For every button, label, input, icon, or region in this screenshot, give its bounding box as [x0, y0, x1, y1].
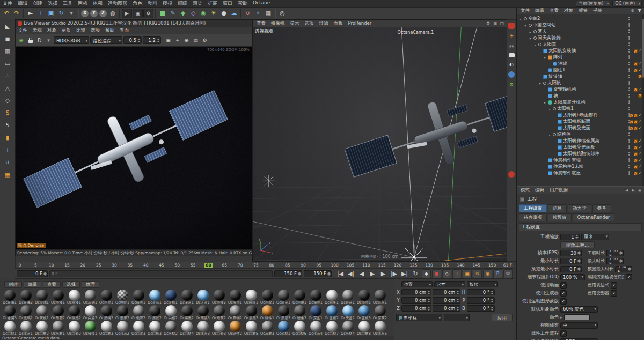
color-swatch[interactable] [564, 314, 590, 320]
material-menu-纹理[interactable]: 纹理 [82, 281, 99, 288]
coord-header-尺寸[interactable]: 尺寸 [434, 281, 465, 287]
visibility-dots[interactable] [628, 68, 630, 72]
range-end-field[interactable]: 150 F [304, 270, 332, 277]
kernel-dropdown[interactable]: 路径追踪 [90, 36, 122, 44]
am-menu-用户数据[interactable]: 用户数据 [547, 187, 570, 194]
texture-tag-icon[interactable] [634, 120, 638, 124]
add-spline-menu[interactable]: ✎ [168, 9, 178, 18]
visibility-dots[interactable] [628, 17, 630, 20]
visibility-dots[interactable] [628, 158, 630, 162]
tab-帧预值[interactable]: 帧预值 [548, 213, 572, 221]
material-item[interactable]: Oc金属3 [2, 305, 18, 321]
material-item[interactable]: Oc碳黑1 [130, 290, 147, 305]
am-forward-icon[interactable]: ▶ [630, 187, 636, 193]
material-item[interactable]: Oc黑钢2 [98, 305, 114, 321]
material-item[interactable]: Oc碳黑2 [66, 305, 82, 321]
coordinate-system-dropdown[interactable]: 世界坐标 [396, 314, 442, 321]
tree-item[interactable]: 太阳帆受光面板✓ [517, 144, 644, 151]
texture-tag-icon[interactable] [634, 49, 638, 53]
checkbox-编辑渲染检视使用渲染LOD[interactable]: ✓ [626, 274, 632, 280]
tree-item[interactable]: ▸梦天 [517, 28, 644, 35]
workplane-icon[interactable]: ▦ [264, 9, 273, 18]
spline-edit-icon[interactable]: S [2, 107, 13, 118]
tree-item[interactable]: 太阳帆安装轴✓ [517, 48, 644, 54]
material-item[interactable]: Oc银灰1 [340, 290, 356, 305]
material-item[interactable]: Oc蓝板1 [163, 290, 179, 305]
vp-options-icon[interactable]: ⚙ [485, 20, 492, 27]
expand-toggle[interactable]: ▾ [547, 107, 552, 111]
material-item[interactable]: Oc灰钢2 [227, 305, 243, 321]
texture-tag-icon[interactable] [634, 127, 638, 130]
tree-item[interactable]: ▾太阳翼 [517, 41, 644, 48]
material-item[interactable]: Oc暗金2 [291, 305, 308, 321]
field-预览最大时长[interactable]: 150 F [615, 266, 632, 272]
make-editable-icon[interactable]: ◣ [2, 21, 13, 32]
octane-arealight-icon[interactable] [509, 53, 515, 57]
lv-camera-icon[interactable]: ◉ [182, 36, 191, 45]
menu-动画[interactable]: 动画 [145, 0, 160, 7]
material-item[interactable]: Oc黑漆3 [195, 305, 211, 321]
field-帧率(FPS)[interactable]: 30 [560, 250, 582, 256]
material-item[interactable]: Oc灰材4 [340, 321, 356, 336]
material-item[interactable]: Oc暗灰1 [372, 290, 388, 305]
visibility-dots[interactable] [628, 42, 630, 46]
tree-item[interactable]: 太阳帆伸缩金属架✓ [517, 138, 644, 144]
visibility-dots[interactable] [628, 23, 630, 27]
current-frame-field[interactable]: 0 F [17, 270, 48, 277]
checkbox-使用运动图形蒙版[interactable]: ✓ [560, 298, 567, 305]
material-item[interactable]: Oc墨黑1 [356, 290, 372, 305]
checkbox-使用生成器[interactable]: ✓ [560, 290, 567, 297]
menu-扩展[interactable]: 扩展 [205, 0, 220, 7]
exposure-spinner[interactable] [156, 38, 160, 43]
rotation-P-field[interactable]: 0 ° [467, 297, 495, 304]
texture-tag-icon[interactable] [634, 114, 638, 117]
visibility-dots[interactable] [628, 152, 630, 156]
visibility-dots[interactable] [628, 171, 630, 175]
vp-menu-选项[interactable]: 选项 [302, 20, 317, 27]
tree-item[interactable]: 旋转轴 [517, 73, 644, 80]
tree-item[interactable]: 轴 [517, 93, 644, 99]
add-light-menu[interactable]: ☀ [209, 9, 218, 18]
material-item[interactable]: Oc黑塑3 [275, 305, 291, 321]
dropdown-输入色彩特性[interactable]: sRGB [560, 338, 598, 340]
material-item[interactable]: Oc炭黑1 [227, 290, 243, 305]
material-item[interactable]: Oc白漆3 [130, 321, 147, 336]
material-item[interactable]: Oc金属2 [18, 290, 34, 305]
material-item[interactable]: Oc白材7 [324, 321, 340, 336]
material-item[interactable]: Oc白材4 [179, 321, 195, 336]
menu-角色[interactable]: 角色 [130, 0, 145, 7]
enabled-check-icon[interactable]: ✓ [638, 68, 642, 72]
tab-工程设置[interactable]: 工程设置 [519, 204, 547, 212]
material-item[interactable]: Oc天蓝2 [340, 305, 356, 321]
tab-OctaneRender[interactable]: OctaneRender [573, 213, 615, 221]
expand-toggle[interactable]: ▾ [528, 36, 532, 40]
om-menu-对象[interactable]: 对象 [561, 8, 576, 14]
tree-item[interactable]: ▾空白2 [517, 16, 644, 22]
snap-settings-icon[interactable]: ⌖ [253, 9, 263, 18]
add-generator-menu[interactable]: ◆ [178, 9, 188, 18]
material-item[interactable]: Oc黑塑1 [98, 290, 114, 305]
size-Y-field[interactable]: 0 cm [433, 297, 460, 304]
menu-渲染[interactable]: 渲染 [190, 0, 205, 7]
texture-tag-icon[interactable] [630, 127, 633, 130]
visibility-dots[interactable] [628, 49, 630, 53]
am-back-icon[interactable]: ◀ [624, 187, 630, 193]
render-picture-viewer-button[interactable]: ▣ [133, 9, 143, 18]
range-end-spinner[interactable] [327, 271, 331, 276]
tree-item[interactable]: 圆柱1✓ [517, 67, 644, 73]
enabled-check-icon[interactable]: ✓ [638, 158, 642, 162]
material-item[interactable]: Oc绿漆1 [82, 321, 98, 336]
material-item[interactable]: Oc蓝板3 [356, 305, 372, 321]
record-rotation-toggle[interactable]: ↻ [473, 269, 482, 278]
texture-tag-icon[interactable] [638, 94, 642, 98]
size-Z-field[interactable]: 0 cm [433, 305, 460, 312]
material-item[interactable]: Oc煤黑1 [308, 290, 324, 305]
tree-item[interactable]: 太阳帆6断面部件✓ [517, 112, 644, 119]
enabled-check-icon[interactable]: ✓ [638, 126, 642, 130]
coordinate-system-icon[interactable]: ◍ [108, 9, 118, 18]
vp-menu-查看[interactable]: 查看 [254, 20, 268, 27]
range-start-field[interactable]: 150 F [274, 270, 302, 277]
enabled-check-icon[interactable]: ✓ [638, 120, 642, 124]
range-start-spinner[interactable] [297, 271, 301, 276]
sculpt-mode-icon[interactable]: S [2, 120, 13, 130]
